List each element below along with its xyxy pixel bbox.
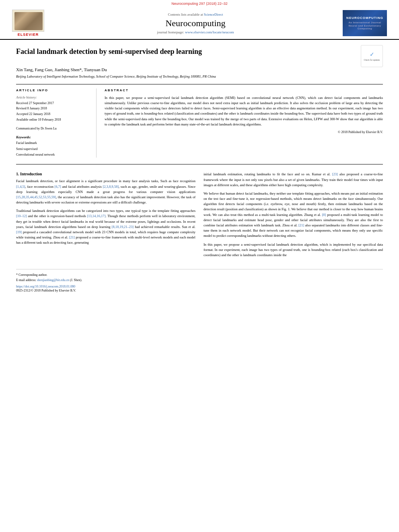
email-label: E-mail address:: [16, 278, 36, 282]
sciencedirect-link[interactable]: ScienceDirect: [204, 12, 223, 16]
intro-heading: 1. Introduction: [16, 172, 195, 176]
accepted-date: Accepted 22 January 2018: [16, 111, 90, 117]
abstract-text: In this paper, we propose a semi-supervi…: [105, 95, 383, 127]
keyword-3: Convolutional neural network: [16, 152, 90, 158]
corresponding-note: * Corresponding author.: [16, 273, 383, 278]
article-dates: Received 27 September 2017 Revised 8 Jan…: [16, 101, 90, 122]
check-for-updates-badge: ✓ Check for updates: [361, 45, 383, 67]
journal-logo-title: NEUROCOMPUTING: [346, 16, 383, 20]
received-date: Received 27 September 2017: [16, 101, 90, 106]
affiliation-line: Beijing Laboratory of Intelligent Inform…: [16, 74, 383, 79]
body-two-col: 1. Introduction Facial landmark detectio…: [16, 172, 383, 261]
check-badge-text: Check for updates: [364, 59, 380, 62]
journal-title-block: Contents lists available at ScienceDirec…: [48, 12, 343, 34]
keyword-2: Semi-supervised: [16, 146, 90, 152]
keyword-1: Facial landmark: [16, 140, 90, 146]
title-row: Facial landmark detection by semi-superv…: [16, 47, 383, 67]
paper-content: Facial landmark detection by semi-superv…: [0, 40, 399, 300]
journal-logo-block: NEUROCOMPUTING An International Journal …: [343, 10, 391, 36]
copyright-line: © 2018 Published by Elsevier B.V.: [105, 130, 383, 134]
body-left-column: 1. Introduction Facial landmark detectio…: [16, 172, 195, 261]
intro-para4: In this paper, we propose a semi-supervi…: [204, 242, 383, 258]
footnote-section: * Corresponding author. E-mail address: …: [16, 269, 383, 293]
journal-logo-box: NEUROCOMPUTING An International Journal …: [343, 10, 387, 36]
doi-line[interactable]: https://doi.org/10.1016/j.neucom.2018.01…: [16, 285, 383, 288]
available-online-date: Available online 10 February 2018: [16, 117, 90, 123]
keywords-list: Facial landmark Semi-supervised Convolut…: [16, 140, 90, 158]
such-as-face-text: Such as face: [160, 179, 179, 183]
journal-ref-line: Neurocomputing 297 (2018) 22–32: [0, 0, 399, 6]
journal-name: Neurocomputing: [48, 18, 343, 29]
article-info-label: ARTICLE INFO: [16, 88, 90, 92]
email-link[interactable]: shenjianbing@bit.edu.cn: [37, 278, 69, 282]
intro-para2-cont: initial landmark estimation, rotating la…: [204, 172, 383, 188]
journal-logo-sub: An International Journal Neural and Evol…: [345, 21, 385, 30]
keywords-title: Keywords:: [16, 135, 90, 139]
elsevier-wordmark: ELSEVIER: [18, 33, 39, 37]
intro-para3: We believe that human detect facial land…: [204, 191, 383, 239]
article-info-section: ARTICLE INFO Article history: Received 2…: [16, 88, 383, 158]
keywords-section: Keywords: Facial landmark Semi-supervise…: [16, 135, 90, 158]
intro-para1: Facial landmark detection, or face align…: [16, 179, 195, 205]
communicated-by: Communicated by Dr Jiwen Lu: [16, 126, 90, 131]
body-right-column: initial landmark estimation, rotating la…: [204, 172, 383, 261]
elsevier-branding: ELSEVIER: [8, 10, 48, 37]
elsevier-logo-image: [12, 10, 44, 32]
journal-url[interactable]: www.elsevier.com/locate/neucom: [185, 30, 234, 34]
issn-line: 0925-2312/© 2018 Published by Elsevier B…: [16, 288, 383, 294]
divider-body: [16, 164, 383, 164]
abstract-label: ABSTRACT: [105, 88, 383, 92]
article-info-column: ARTICLE INFO Article history: Received 2…: [16, 88, 97, 158]
paper-title: Facial landmark detection by semi-superv…: [16, 47, 357, 56]
revised-date: Revised 8 January 2018: [16, 106, 90, 111]
contents-available-line: Contents lists available at ScienceDirec…: [48, 12, 343, 16]
abstract-column: ABSTRACT In this paper, we propose a sem…: [105, 88, 383, 158]
email-name: (J. Shen).: [70, 278, 82, 282]
divider-top: [16, 84, 383, 84]
intro-para2: Traditional landmark detection algorithm…: [16, 208, 195, 245]
journal-header: ELSEVIER Contents lists available at Sci…: [0, 6, 399, 40]
article-history-label: Article history:: [16, 95, 90, 99]
journal-homepage: journal homepage: www.elsevier.com/locat…: [48, 30, 343, 34]
check-icon: ✓: [370, 51, 374, 58]
email-line: E-mail address: shenjianbing@bit.edu.cn …: [16, 278, 383, 283]
authors-line: Xin Tang, Fang Guo, Jianbing Shen*, Tian…: [16, 67, 383, 72]
elsevier-logo: ELSEVIER: [8, 10, 48, 37]
